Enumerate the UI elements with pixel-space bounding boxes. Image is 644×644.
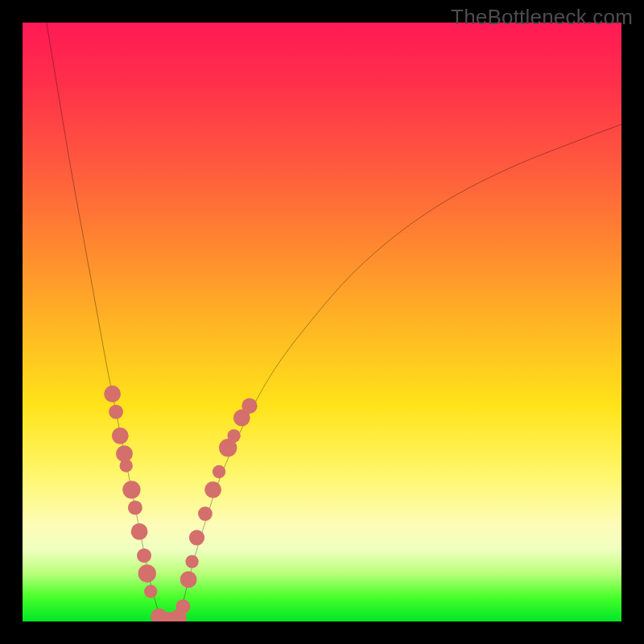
watermark-text: TheBottleneck.com: [451, 5, 633, 30]
curve-marker: [144, 585, 157, 598]
curve-marker: [204, 481, 221, 498]
outer-frame: TheBottleneck.com: [0, 0, 644, 644]
curve-marker: [138, 564, 156, 582]
curve-marker: [213, 465, 225, 478]
curve-marker: [122, 481, 140, 498]
bottleneck-curve-svg: [23, 23, 621, 621]
curve-marker: [120, 459, 133, 472]
curve-markers: [104, 386, 257, 621]
curve-marker: [189, 530, 204, 545]
curve-marker: [128, 501, 142, 515]
curve-marker: [175, 599, 190, 613]
curve-marker: [185, 555, 198, 568]
curve-marker: [227, 429, 240, 442]
curve-marker: [109, 405, 123, 419]
curve-marker: [112, 427, 129, 444]
plot-area: [23, 23, 621, 621]
curve-marker: [242, 398, 257, 413]
curve-marker: [131, 523, 148, 540]
curve-marker: [198, 506, 213, 521]
curve-marker: [137, 548, 151, 563]
curve-marker: [104, 386, 121, 402]
curve-marker: [180, 572, 197, 588]
